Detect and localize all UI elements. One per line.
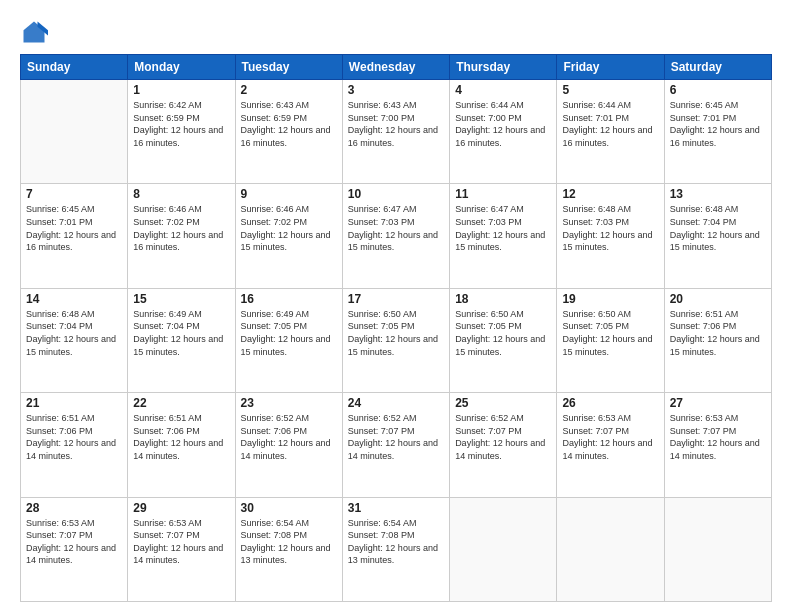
- cell-info: Sunrise: 6:53 AMSunset: 7:07 PMDaylight:…: [562, 413, 652, 461]
- calendar-cell: 16 Sunrise: 6:49 AMSunset: 7:05 PMDaylig…: [235, 288, 342, 392]
- calendar-cell: 23 Sunrise: 6:52 AMSunset: 7:06 PMDaylig…: [235, 393, 342, 497]
- day-number: 27: [670, 396, 766, 410]
- cell-info: Sunrise: 6:47 AMSunset: 7:03 PMDaylight:…: [455, 204, 545, 252]
- day-number: 3: [348, 83, 444, 97]
- weekday-header-saturday: Saturday: [664, 55, 771, 80]
- calendar-cell: 3 Sunrise: 6:43 AMSunset: 7:00 PMDayligh…: [342, 80, 449, 184]
- day-number: 4: [455, 83, 551, 97]
- cell-info: Sunrise: 6:45 AMSunset: 7:01 PMDaylight:…: [670, 100, 760, 148]
- calendar-cell: 9 Sunrise: 6:46 AMSunset: 7:02 PMDayligh…: [235, 184, 342, 288]
- day-number: 7: [26, 187, 122, 201]
- calendar-cell: 24 Sunrise: 6:52 AMSunset: 7:07 PMDaylig…: [342, 393, 449, 497]
- cell-info: Sunrise: 6:44 AMSunset: 7:01 PMDaylight:…: [562, 100, 652, 148]
- weekday-header-tuesday: Tuesday: [235, 55, 342, 80]
- calendar-cell: 10 Sunrise: 6:47 AMSunset: 7:03 PMDaylig…: [342, 184, 449, 288]
- day-number: 28: [26, 501, 122, 515]
- day-number: 1: [133, 83, 229, 97]
- cell-info: Sunrise: 6:51 AMSunset: 7:06 PMDaylight:…: [133, 413, 223, 461]
- cell-info: Sunrise: 6:53 AMSunset: 7:07 PMDaylight:…: [26, 518, 116, 566]
- page: SundayMondayTuesdayWednesdayThursdayFrid…: [0, 0, 792, 612]
- cell-info: Sunrise: 6:49 AMSunset: 7:04 PMDaylight:…: [133, 309, 223, 357]
- calendar-cell: [557, 497, 664, 601]
- week-row-2: 14 Sunrise: 6:48 AMSunset: 7:04 PMDaylig…: [21, 288, 772, 392]
- day-number: 6: [670, 83, 766, 97]
- week-row-3: 21 Sunrise: 6:51 AMSunset: 7:06 PMDaylig…: [21, 393, 772, 497]
- calendar-table: SundayMondayTuesdayWednesdayThursdayFrid…: [20, 54, 772, 602]
- cell-info: Sunrise: 6:47 AMSunset: 7:03 PMDaylight:…: [348, 204, 438, 252]
- cell-info: Sunrise: 6:53 AMSunset: 7:07 PMDaylight:…: [133, 518, 223, 566]
- cell-info: Sunrise: 6:54 AMSunset: 7:08 PMDaylight:…: [348, 518, 438, 566]
- logo-icon: [20, 18, 48, 46]
- cell-info: Sunrise: 6:46 AMSunset: 7:02 PMDaylight:…: [241, 204, 331, 252]
- calendar-cell: 20 Sunrise: 6:51 AMSunset: 7:06 PMDaylig…: [664, 288, 771, 392]
- week-row-0: 1 Sunrise: 6:42 AMSunset: 6:59 PMDayligh…: [21, 80, 772, 184]
- cell-info: Sunrise: 6:43 AMSunset: 7:00 PMDaylight:…: [348, 100, 438, 148]
- cell-info: Sunrise: 6:50 AMSunset: 7:05 PMDaylight:…: [348, 309, 438, 357]
- cell-info: Sunrise: 6:48 AMSunset: 7:04 PMDaylight:…: [26, 309, 116, 357]
- day-number: 26: [562, 396, 658, 410]
- weekday-header-thursday: Thursday: [450, 55, 557, 80]
- calendar-cell: 31 Sunrise: 6:54 AMSunset: 7:08 PMDaylig…: [342, 497, 449, 601]
- day-number: 16: [241, 292, 337, 306]
- day-number: 10: [348, 187, 444, 201]
- cell-info: Sunrise: 6:51 AMSunset: 7:06 PMDaylight:…: [670, 309, 760, 357]
- calendar-cell: 1 Sunrise: 6:42 AMSunset: 6:59 PMDayligh…: [128, 80, 235, 184]
- calendar-cell: 7 Sunrise: 6:45 AMSunset: 7:01 PMDayligh…: [21, 184, 128, 288]
- calendar-cell: 21 Sunrise: 6:51 AMSunset: 7:06 PMDaylig…: [21, 393, 128, 497]
- cell-info: Sunrise: 6:42 AMSunset: 6:59 PMDaylight:…: [133, 100, 223, 148]
- calendar-cell: [450, 497, 557, 601]
- cell-info: Sunrise: 6:48 AMSunset: 7:03 PMDaylight:…: [562, 204, 652, 252]
- cell-info: Sunrise: 6:46 AMSunset: 7:02 PMDaylight:…: [133, 204, 223, 252]
- calendar-cell: 30 Sunrise: 6:54 AMSunset: 7:08 PMDaylig…: [235, 497, 342, 601]
- calendar-cell: 27 Sunrise: 6:53 AMSunset: 7:07 PMDaylig…: [664, 393, 771, 497]
- weekday-header-wednesday: Wednesday: [342, 55, 449, 80]
- calendar-cell: 2 Sunrise: 6:43 AMSunset: 6:59 PMDayligh…: [235, 80, 342, 184]
- day-number: 30: [241, 501, 337, 515]
- week-row-4: 28 Sunrise: 6:53 AMSunset: 7:07 PMDaylig…: [21, 497, 772, 601]
- day-number: 15: [133, 292, 229, 306]
- cell-info: Sunrise: 6:43 AMSunset: 6:59 PMDaylight:…: [241, 100, 331, 148]
- day-number: 29: [133, 501, 229, 515]
- week-row-1: 7 Sunrise: 6:45 AMSunset: 7:01 PMDayligh…: [21, 184, 772, 288]
- cell-info: Sunrise: 6:48 AMSunset: 7:04 PMDaylight:…: [670, 204, 760, 252]
- day-number: 5: [562, 83, 658, 97]
- calendar-cell: 13 Sunrise: 6:48 AMSunset: 7:04 PMDaylig…: [664, 184, 771, 288]
- calendar-cell: 12 Sunrise: 6:48 AMSunset: 7:03 PMDaylig…: [557, 184, 664, 288]
- day-number: 19: [562, 292, 658, 306]
- day-number: 21: [26, 396, 122, 410]
- day-number: 14: [26, 292, 122, 306]
- calendar-cell: 22 Sunrise: 6:51 AMSunset: 7:06 PMDaylig…: [128, 393, 235, 497]
- calendar-cell: 11 Sunrise: 6:47 AMSunset: 7:03 PMDaylig…: [450, 184, 557, 288]
- day-number: 24: [348, 396, 444, 410]
- cell-info: Sunrise: 6:50 AMSunset: 7:05 PMDaylight:…: [455, 309, 545, 357]
- day-number: 31: [348, 501, 444, 515]
- calendar-cell: 17 Sunrise: 6:50 AMSunset: 7:05 PMDaylig…: [342, 288, 449, 392]
- cell-info: Sunrise: 6:52 AMSunset: 7:07 PMDaylight:…: [348, 413, 438, 461]
- header: [20, 18, 772, 46]
- weekday-header-friday: Friday: [557, 55, 664, 80]
- calendar-cell: 19 Sunrise: 6:50 AMSunset: 7:05 PMDaylig…: [557, 288, 664, 392]
- day-number: 2: [241, 83, 337, 97]
- svg-marker-0: [24, 22, 45, 43]
- day-number: 25: [455, 396, 551, 410]
- cell-info: Sunrise: 6:44 AMSunset: 7:00 PMDaylight:…: [455, 100, 545, 148]
- day-number: 11: [455, 187, 551, 201]
- cell-info: Sunrise: 6:50 AMSunset: 7:05 PMDaylight:…: [562, 309, 652, 357]
- cell-info: Sunrise: 6:53 AMSunset: 7:07 PMDaylight:…: [670, 413, 760, 461]
- day-number: 8: [133, 187, 229, 201]
- calendar-cell: 15 Sunrise: 6:49 AMSunset: 7:04 PMDaylig…: [128, 288, 235, 392]
- calendar-cell: 8 Sunrise: 6:46 AMSunset: 7:02 PMDayligh…: [128, 184, 235, 288]
- calendar-cell: 6 Sunrise: 6:45 AMSunset: 7:01 PMDayligh…: [664, 80, 771, 184]
- day-number: 22: [133, 396, 229, 410]
- calendar-cell: 4 Sunrise: 6:44 AMSunset: 7:00 PMDayligh…: [450, 80, 557, 184]
- cell-info: Sunrise: 6:52 AMSunset: 7:07 PMDaylight:…: [455, 413, 545, 461]
- calendar-cell: 29 Sunrise: 6:53 AMSunset: 7:07 PMDaylig…: [128, 497, 235, 601]
- cell-info: Sunrise: 6:54 AMSunset: 7:08 PMDaylight:…: [241, 518, 331, 566]
- weekday-header-row: SundayMondayTuesdayWednesdayThursdayFrid…: [21, 55, 772, 80]
- calendar-cell: 26 Sunrise: 6:53 AMSunset: 7:07 PMDaylig…: [557, 393, 664, 497]
- calendar-cell: [21, 80, 128, 184]
- calendar-cell: 25 Sunrise: 6:52 AMSunset: 7:07 PMDaylig…: [450, 393, 557, 497]
- calendar-cell: 5 Sunrise: 6:44 AMSunset: 7:01 PMDayligh…: [557, 80, 664, 184]
- cell-info: Sunrise: 6:45 AMSunset: 7:01 PMDaylight:…: [26, 204, 116, 252]
- calendar-cell: 14 Sunrise: 6:48 AMSunset: 7:04 PMDaylig…: [21, 288, 128, 392]
